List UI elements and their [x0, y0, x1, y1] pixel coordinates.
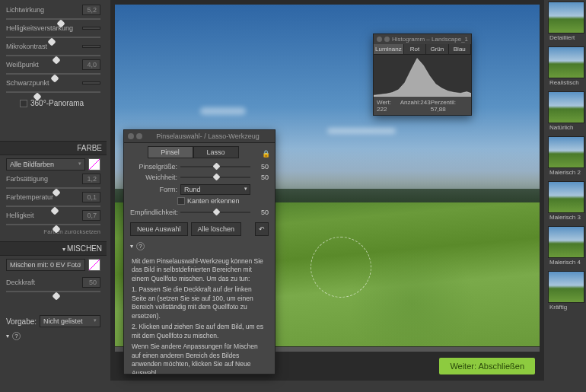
sensitivity-slider[interactable]: [180, 212, 250, 213]
brush-cursor-circle: [311, 237, 371, 298]
slider-track[interactable]: [6, 37, 100, 38]
detect-edges-label: Kanten erkennen: [187, 197, 240, 205]
histogram-title: Histogramm – Landscape_11_2_7: [392, 36, 468, 43]
continue-button[interactable]: Weiter: Abschließen: [439, 358, 535, 374]
tool-help-icon[interactable]: ?: [136, 242, 145, 250]
brush-tool-swatch[interactable]: [88, 259, 100, 271]
histogram-graph: [374, 55, 471, 97]
minimize-dot-icon[interactable]: [136, 133, 142, 139]
slider-label: Helligkeitsverstärkung: [6, 24, 73, 32]
preset-label: Malerisch 3: [548, 213, 584, 223]
preset-item[interactable]: Realistisch: [548, 46, 584, 88]
hist-tab-grün[interactable]: Grün: [426, 44, 448, 54]
opacity-label: Deckkraft: [6, 279, 35, 286]
color-picker-swatch[interactable]: [88, 158, 100, 171]
brush-size-value: 50: [253, 163, 269, 171]
histogram-panel: Histogramm – Landscape_11_2_7 LuminanzRo…: [373, 33, 472, 116]
slider-label: Mikrokontrast: [6, 43, 47, 50]
tab-pinsel[interactable]: Pinsel: [148, 146, 193, 158]
color-range-dropdown[interactable]: Alle Bildfarben: [6, 158, 85, 171]
hist-anzahl-value: 243: [420, 99, 430, 106]
tool-panel-title: Pinselauswahl- / Lasso-Werkzeug: [145, 132, 271, 140]
farbe-section-header[interactable]: FARBE: [0, 141, 107, 155]
undo-icon[interactable]: ↶: [255, 222, 269, 236]
slider-track[interactable]: [6, 55, 100, 56]
clear-all-button[interactable]: Alle löschen: [191, 222, 242, 236]
panorama-checkbox[interactable]: [20, 100, 27, 107]
shape-dropdown[interactable]: Rund: [180, 184, 250, 195]
preset-thumbnail: [548, 2, 584, 33]
preset-thumbnail: [548, 46, 584, 78]
hist-tab-luminanz[interactable]: Luminanz: [374, 44, 404, 54]
slider-value[interactable]: [82, 27, 100, 30]
hist-tab-blau[interactable]: Blau: [449, 44, 471, 54]
slider-value[interactable]: [82, 45, 100, 48]
help-icon[interactable]: ?: [12, 332, 21, 340]
hist-wert-label: Wert:: [377, 99, 391, 106]
slider-track[interactable]: [6, 18, 100, 20]
tool-panel-titlebar[interactable]: Pinselauswahl- / Lasso-Werkzeug: [124, 130, 275, 143]
preset-label: Natürlich: [548, 123, 584, 133]
tool-help-text: Mit dem Pinselauswahl-Werkzeug können Si…: [124, 252, 275, 374]
preset-item[interactable]: Natürlich: [548, 91, 584, 133]
preset-thumbnail: [548, 226, 584, 258]
brush-lasso-tool-panel: Pinselauswahl- / Lasso-Werkzeug Pinsel L…: [123, 129, 275, 374]
slider-label: Schwarzpunkt: [6, 79, 49, 87]
brush-size-label: Pinselgröße:: [130, 163, 177, 171]
detect-edges-checkbox[interactable]: [177, 197, 185, 205]
slider-value[interactable]: 0,1: [82, 192, 100, 202]
preset-label: Vorgabe:: [6, 317, 37, 326]
hist-close-dot-icon[interactable]: [377, 37, 382, 42]
preset-item[interactable]: Malerisch 2: [548, 136, 584, 178]
opacity-slider[interactable]: [6, 291, 100, 292]
preset-thumbnail: [548, 136, 584, 168]
slider-value[interactable]: 5,2: [82, 5, 100, 15]
slider-value[interactable]: [82, 81, 100, 84]
hist-anzahl-label: Anzahl:: [400, 99, 421, 106]
slider-track[interactable]: [6, 73, 100, 75]
preset-thumbnail: [548, 181, 584, 213]
preset-item[interactable]: Kräftig: [548, 271, 584, 313]
preset-label: Malerisch 2: [548, 168, 584, 178]
preset-thumbnail: [548, 271, 584, 303]
slider-label: Weißpunkt: [6, 61, 39, 69]
preset-label: Realistisch: [548, 78, 584, 88]
preset-label: Detailliert: [548, 33, 584, 43]
hist-perzentil-label: Perzentil:: [431, 99, 456, 106]
softness-label: Weichheit:: [130, 174, 177, 181]
blend-source-dropdown[interactable]: Mischen mit: 0 EV Foto: [6, 259, 85, 271]
preset-thumbnail: [548, 91, 584, 123]
slider-value[interactable]: 4,0: [82, 59, 100, 70]
panorama-checkbox-row: 360°-Panorama: [20, 99, 100, 107]
hist-wert-value: 222: [377, 106, 387, 113]
tab-lasso[interactable]: Lasso: [193, 146, 239, 158]
slider-track[interactable]: [6, 224, 100, 225]
histogram-titlebar[interactable]: Histogramm – Landscape_11_2_7: [374, 34, 471, 44]
help-chevron-icon[interactable]: ▾: [6, 333, 9, 339]
left-adjustments-panel: Lichtwirkung 5,2 Helligkeitsverstärkung …: [0, 0, 107, 392]
softness-slider[interactable]: [180, 177, 250, 178]
slider-label: Lichtwirkung: [6, 6, 44, 14]
new-selection-button[interactable]: Neue Auswahl: [130, 222, 188, 236]
preset-dropdown[interactable]: Nicht gelistet: [40, 315, 100, 327]
preset-item[interactable]: Detailliert: [548, 2, 584, 43]
slider-track[interactable]: [6, 206, 100, 207]
hist-tab-rot[interactable]: Rot: [404, 44, 426, 54]
preset-label: Malerisch 4: [548, 258, 584, 268]
help-expand-icon[interactable]: ▾: [130, 243, 133, 250]
preset-label: Kräftig: [548, 303, 584, 313]
hist-min-dot-icon[interactable]: [384, 37, 390, 42]
preset-item[interactable]: Malerisch 3: [548, 181, 584, 223]
slider-track[interactable]: [6, 187, 100, 189]
slider-label: Farbtemperatur: [6, 193, 53, 201]
lock-icon[interactable]: 🔒: [262, 150, 270, 158]
slider-track[interactable]: [6, 91, 100, 93]
mischen-section-header[interactable]: MISCHEN: [0, 241, 107, 256]
slider-value[interactable]: 1,2: [82, 174, 100, 184]
softness-value: 50: [253, 174, 269, 181]
preset-item[interactable]: Malerisch 4: [548, 226, 584, 268]
opacity-value[interactable]: 50: [82, 277, 100, 288]
brush-size-slider[interactable]: [180, 166, 250, 167]
slider-value[interactable]: 0,7: [82, 210, 100, 221]
close-dot-icon[interactable]: [128, 133, 134, 139]
